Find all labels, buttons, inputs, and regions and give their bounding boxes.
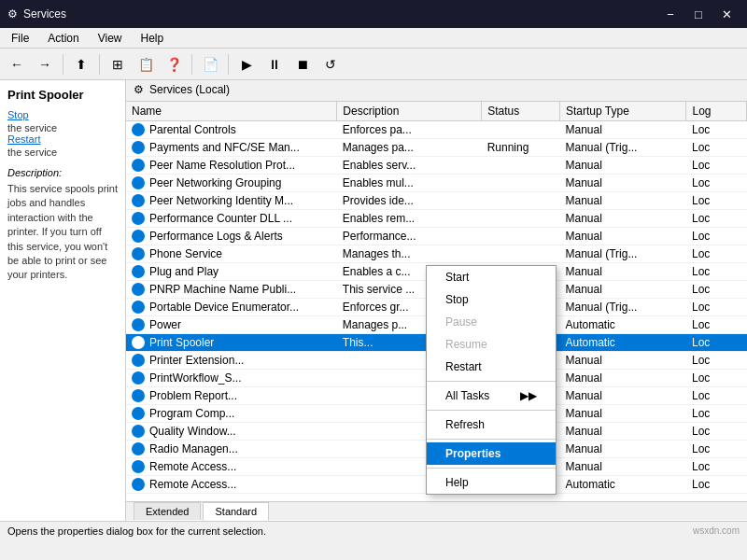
- service-name-cell: Payments and NFC/SE Man...: [126, 139, 337, 157]
- service-startup-cell: Manual: [559, 157, 685, 175]
- service-name-text: Plug and Play: [149, 265, 218, 278]
- service-status-cell: [482, 120, 560, 139]
- export-list-button[interactable]: 📄: [197, 52, 223, 77]
- col-header-name[interactable]: Name: [126, 102, 337, 121]
- service-name-cell: PrintWorkflow_S...: [126, 370, 337, 387]
- service-name-text: PrintWorkflow_S...: [149, 371, 241, 385]
- ctx-restart[interactable]: Restart: [427, 356, 556, 378]
- table-row[interactable]: Performance Counter DLL ...Enables rem..…: [126, 210, 747, 228]
- service-name-text: PNRP Machine Name Publi...: [149, 283, 296, 296]
- stop-suffix: the service: [7, 122, 57, 133]
- service-icon: [132, 389, 145, 402]
- stop-service-button[interactable]: ⏹: [289, 52, 316, 77]
- service-status-cell: [482, 210, 560, 228]
- col-header-log[interactable]: Log: [686, 102, 747, 121]
- title-bar-controls[interactable]: − □ ✕: [657, 4, 740, 24]
- service-startup-cell: Manual: [559, 263, 685, 281]
- service-name-text: Program Comp...: [149, 407, 234, 420]
- col-header-status[interactable]: Status: [482, 102, 560, 121]
- maximize-button[interactable]: □: [685, 4, 712, 24]
- tabs-bar: Extended Standard: [126, 501, 747, 520]
- service-status-cell: [482, 228, 560, 245]
- service-log-cell: Loc: [686, 245, 747, 263]
- service-name-text: Phone Service: [149, 247, 222, 260]
- service-log-cell: Loc: [686, 476, 747, 494]
- table-row[interactable]: Peer Networking Identity M...Provides id…: [126, 192, 747, 210]
- table-row[interactable]: Parental ControlsEnforces pa...ManualLoc: [126, 120, 747, 139]
- service-icon: [132, 283, 145, 296]
- service-name-text: Quality Window...: [149, 425, 236, 438]
- table-row[interactable]: Performance Logs & AlertsPerformance...M…: [126, 228, 747, 245]
- service-startup-cell: Manual: [559, 281, 685, 299]
- menu-view[interactable]: View: [91, 30, 130, 47]
- service-startup-cell: Manual: [559, 120, 685, 139]
- service-name-cell: Power: [126, 316, 337, 334]
- toolbar-sep-4: [228, 54, 229, 75]
- back-button[interactable]: ←: [4, 52, 30, 77]
- service-name-text: Printer Extension...: [149, 354, 244, 367]
- ctx-refresh[interactable]: Refresh: [427, 413, 556, 436]
- menu-file[interactable]: File: [4, 30, 36, 47]
- menu-help[interactable]: Help: [134, 30, 172, 47]
- close-button[interactable]: ✕: [713, 4, 740, 24]
- address-text: Services (Local): [149, 83, 230, 96]
- context-menu-separator: [427, 381, 556, 382]
- tab-extended[interactable]: Extended: [134, 502, 201, 520]
- ctx-properties[interactable]: Properties: [427, 442, 556, 465]
- show-hide-button[interactable]: ⊞: [105, 52, 131, 77]
- service-log-cell: Loc: [686, 120, 747, 139]
- service-startup-cell: Manual (Trig...: [559, 139, 685, 157]
- service-name-cell: Parental Controls: [126, 121, 337, 139]
- table-row[interactable]: Phone ServiceManages th...Manual (Trig..…: [126, 245, 747, 263]
- watermark: wsxdn.com: [693, 525, 740, 536]
- stop-service-link[interactable]: Stop: [7, 109, 118, 120]
- ctx-all-tasks[interactable]: All Tasks ▶: [427, 385, 556, 407]
- service-log-cell: Loc: [686, 316, 747, 334]
- service-startup-cell: Manual: [559, 175, 685, 192]
- col-header-startup[interactable]: Startup Type: [559, 102, 685, 121]
- app-title: Services: [23, 7, 66, 21]
- pause-service-button[interactable]: ⏸: [261, 52, 288, 77]
- toolbar: ← → ⬆ ⊞ 📋 ❓ 📄 ▶ ⏸ ⏹ ↺: [0, 49, 747, 80]
- table-row[interactable]: Payments and NFC/SE Man...Manages pa...R…: [126, 139, 747, 157]
- col-header-description[interactable]: Description: [337, 102, 482, 121]
- service-icon: [132, 159, 145, 172]
- menu-action[interactable]: Action: [40, 30, 86, 47]
- properties-button[interactable]: 📋: [133, 52, 159, 77]
- service-log-cell: Loc: [686, 263, 747, 281]
- table-row[interactable]: Peer Networking GroupingEnables mul...Ma…: [126, 175, 747, 192]
- service-desc-cell: Manages pa...: [337, 139, 482, 157]
- service-startup-cell: Manual: [559, 387, 685, 405]
- ctx-help[interactable]: Help: [427, 471, 556, 494]
- toolbar-sep-3: [191, 54, 192, 75]
- restart-service-link[interactable]: Restart: [7, 133, 118, 145]
- service-log-cell: Loc: [686, 423, 747, 441]
- service-icon: [132, 194, 145, 207]
- service-status-cell: [482, 245, 560, 263]
- start-service-button[interactable]: ▶: [233, 52, 260, 77]
- up-button[interactable]: ⬆: [68, 52, 94, 77]
- service-log-cell: Loc: [686, 281, 747, 299]
- service-name-text: Peer Networking Identity M...: [149, 194, 293, 207]
- service-name-text: Power: [149, 318, 181, 331]
- table-row[interactable]: Peer Name Resolution Prot...Enables serv…: [126, 157, 747, 175]
- service-status-cell: [482, 157, 560, 175]
- service-log-cell: Loc: [686, 405, 747, 423]
- service-name-cell: Problem Report...: [126, 387, 337, 405]
- minimize-button[interactable]: −: [657, 4, 684, 24]
- service-log-cell: Loc: [686, 175, 747, 192]
- tab-standard[interactable]: Standard: [203, 502, 269, 521]
- ctx-stop[interactable]: Stop: [427, 288, 556, 311]
- forward-button[interactable]: →: [32, 52, 58, 77]
- service-startup-cell: Manual: [559, 192, 685, 210]
- service-name-text: Radio Managen...: [149, 442, 238, 455]
- help-button[interactable]: ❓: [161, 52, 187, 77]
- ctx-start[interactable]: Start: [427, 266, 556, 288]
- restart-service-button[interactable]: ↺: [317, 52, 344, 77]
- service-name-cell: Phone Service: [126, 245, 337, 263]
- service-icon: [132, 176, 145, 189]
- service-name-text: Payments and NFC/SE Man...: [149, 141, 300, 154]
- service-log-cell: Loc: [686, 441, 747, 458]
- table-header: Name Description Status Startup Type Log: [126, 102, 747, 121]
- service-startup-cell: Manual: [559, 210, 685, 228]
